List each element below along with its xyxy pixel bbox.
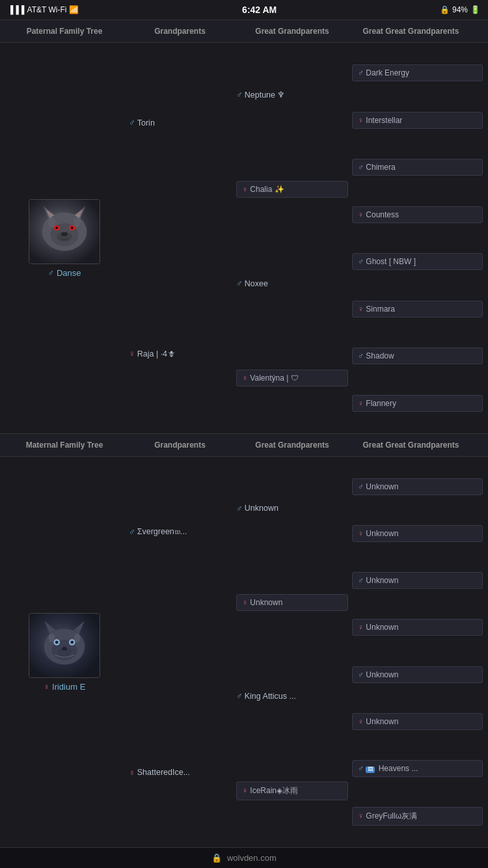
paternal-gggp-countess-entry: ♀ Countess: [352, 205, 483, 224]
maternal-ggp-unknown1-entry: ♂ Unknown: [236, 502, 348, 515]
paternal-gggp-darkenergy: ♂ Dark Energy: [352, 64, 483, 81]
maternal-gggp-unk6: ♀ Unknown: [352, 713, 483, 730]
maternal-header-row: Maternal Family Tree Grandparents Great …: [0, 433, 488, 457]
paternal-grandparents-label: Grandparents: [126, 24, 234, 38]
svg-point-9: [55, 226, 58, 229]
maternal-grandparents-label: Grandparents: [126, 438, 234, 452]
maternal-gggp-unk2-entry: ♀ Unknown: [352, 524, 483, 543]
paternal-gggp-flannery: ♀ Flannery: [352, 395, 483, 412]
paternal-gp-raja: ♀ Raja | ·4🗡: [129, 347, 231, 360]
paternal-gggp-ghost: ♂ Ghost [ NBW ]: [352, 253, 483, 270]
paternal-gggp-chimera: ♂ Chimera: [352, 159, 483, 176]
svg-point-12: [61, 232, 68, 236]
paternal-ggp-chalia-entry: ♀ Chalia ✨: [236, 180, 348, 199]
paternal-great-label: Great Grandparents: [234, 24, 351, 38]
paternal-ggp-noxee: ♂ Noxee: [236, 277, 348, 290]
maternal-gggp-unk4-entry: ♀ Unknown: [352, 617, 483, 637]
status-carrier: ▐▐▐ AT&T Wi-Fi 📶: [8, 5, 79, 14]
paternal-ggp-chalia-card: ♀ Chalia ✨: [236, 181, 348, 198]
maternal-gg-label: Great Great Grandparents: [351, 438, 471, 452]
svg-point-22: [55, 640, 59, 644]
maternal-gggp-heavens: ♂ 🖼 Heavens ...: [352, 760, 483, 777]
danse-wolf-image: [29, 200, 100, 264]
maternal-ggp-icerain-card: ♀ IceRain◈冰雨: [236, 781, 348, 800]
maternal-great-label: Great Grandparents: [234, 438, 351, 452]
footer: 🔒 wolvden.com: [0, 847, 488, 868]
status-time: 6:42 AM: [242, 5, 277, 15]
svg-point-13: [48, 217, 56, 227]
svg-point-26: [49, 633, 55, 642]
maternal-gggp-greyfull: ♀ GreyFullω灰满: [352, 807, 483, 826]
status-battery: 🔒 94% 🔋: [440, 5, 480, 14]
maternal-tree-label: Maternal Family Tree: [3, 438, 126, 452]
svg-point-14: [74, 217, 81, 227]
maternal-grandparents-column: ♂ Σvergreen𝔴... ♀ ShatteredIce...: [126, 463, 234, 841]
paternal-ggp-neptune: ♂ Neptune ♆: [236, 88, 348, 101]
maternal-tree: ♀ Iridium E ♂ Σvergreen𝔴... ♀ ShatteredI…: [0, 457, 488, 847]
paternal-header-row: Paternal Family Tree Grandparents Great …: [0, 20, 488, 43]
maternal-ggp-kingatticus-entry: ♂ King Atticus ...: [236, 690, 348, 702]
paternal-gp-raja-entry: ♀ Raja | ·4🗡: [129, 347, 231, 360]
maternal-gggp-unk1-entry: ♂ Unknown: [352, 477, 483, 496]
wifi-icon: 📶: [69, 5, 79, 14]
heavens-badge: 🖼: [366, 766, 375, 773]
maternal-gg-column: ♂ Unknown ♀ Unknown ♂ Unknown ♀ Unknown: [351, 463, 484, 841]
maternal-gp-evergreen-entry: ♂ Σvergreen𝔴...: [129, 526, 231, 538]
maternal-gggp-unk2: ♀ Unknown: [352, 525, 483, 542]
paternal-gggp-sinmara-entry: ♀ Sinmara: [352, 299, 483, 319]
paternal-wolf-column: ♂ Danse: [3, 49, 126, 427]
maternal-gggp-unk6-entry: ♀ Unknown: [352, 712, 483, 731]
paternal-wolf-avatar: [29, 199, 100, 264]
maternal-great-column: ♂ Unknown ♀ Unknown ♂ King Atticus ... ♀…: [234, 463, 351, 841]
paternal-gg-label: Great Great Grandparents: [351, 24, 471, 38]
maternal-ggp-unknown2-card: ♀ Unknown: [236, 594, 348, 611]
svg-point-27: [74, 633, 81, 642]
maternal-gggp-heavens-entry: ♂ 🖼 Heavens ...: [352, 759, 483, 778]
maternal-gp-shatteredice: ♀ ShatteredIce...: [129, 766, 231, 779]
paternal-gp-torin-entry: ♂ Torin: [129, 116, 231, 129]
maternal-gggp-unk3-entry: ♂ Unknown: [352, 571, 483, 590]
paternal-grandparents-column: ♂ Torin ♀ Raja | ·4🗡: [126, 49, 234, 427]
iridium-wolf-image: [29, 614, 100, 677]
maternal-ggp-icerain-entry: ♀ IceRain◈冰雨: [236, 780, 348, 802]
svg-point-25: [62, 646, 67, 650]
status-bar: ▐▐▐ AT&T Wi-Fi 📶 6:42 AM 🔒 94% 🔋: [0, 0, 488, 20]
maternal-gggp-unk4: ♀ Unknown: [352, 619, 483, 636]
maternal-ggp-unknown1: ♂ Unknown: [236, 502, 348, 515]
paternal-tree: ♂ Danse ♂ Torin ♀ Raja | ·4🗡 ♂ Neptune ♆: [0, 43, 488, 433]
maternal-gggp-unk1: ♂ Unknown: [352, 478, 483, 495]
paternal-tree-label: Paternal Family Tree: [3, 24, 126, 38]
paternal-gggp-sinmara: ♀ Sinmara: [352, 301, 483, 318]
svg-point-10: [71, 226, 74, 229]
maternal-gp-shatteredice-entry: ♀ ShatteredIce...: [129, 766, 231, 779]
maternal-gggp-unk5-entry: ♂ Unknown: [352, 665, 483, 685]
paternal-gggp-shadow-entry: ♂ Shadow: [352, 346, 483, 366]
maternal-gggp-unk3: ♂ Unknown: [352, 572, 483, 589]
maternal-gggp-greyfull-entry: ♀ GreyFullω灰满: [352, 806, 483, 827]
paternal-gp-torin: ♂ Torin: [129, 116, 231, 129]
maternal-gggp-unk5: ♂ Unknown: [352, 666, 483, 683]
paternal-gggp-darkenergy-entry: ♂ Dark Energy: [352, 63, 483, 83]
maternal-wolf-avatar: [29, 613, 100, 678]
paternal-wolf-name: ♂ Danse: [48, 268, 81, 278]
paternal-gggp-ghost-entry: ♂ Ghost [ NBW ]: [352, 252, 483, 271]
paternal-gggp-interstellar: ♀ Interstellar: [352, 112, 483, 129]
paternal-wolf-gender: ♂: [48, 268, 55, 278]
paternal-ggp-neptune-entry: ♂ Neptune ♆: [236, 88, 348, 101]
svg-point-23: [70, 640, 74, 644]
paternal-ggp-noxee-entry: ♂ Noxee: [236, 277, 348, 290]
maternal-ggp-unknown2-entry: ♀ Unknown: [236, 593, 348, 612]
footer-lock-icon: 🔒: [211, 853, 222, 863]
battery-icon: 🔋: [470, 5, 480, 14]
paternal-gggp-shadow: ♂ Shadow: [352, 347, 483, 364]
paternal-ggp-valentyna-entry: ♀ Valentýna | 🛡: [236, 368, 348, 388]
signal-icon: ▐▐▐: [8, 5, 25, 14]
paternal-gg-column: ♂ Dark Energy ♀ Interstellar ♂ Chimera ♀…: [351, 49, 484, 427]
maternal-wolf-gender: ♀: [44, 682, 50, 692]
paternal-gggp-interstellar-entry: ♀ Interstellar: [352, 111, 483, 130]
maternal-wolf-name: ♀ Iridium E: [44, 682, 86, 692]
paternal-gggp-countess: ♀ Countess: [352, 206, 483, 223]
lock-status-icon: 🔒: [440, 5, 450, 14]
maternal-gp-evergreen: ♂ Σvergreen𝔴...: [129, 526, 231, 538]
paternal-gggp-chimera-entry: ♂ Chimera: [352, 157, 483, 177]
